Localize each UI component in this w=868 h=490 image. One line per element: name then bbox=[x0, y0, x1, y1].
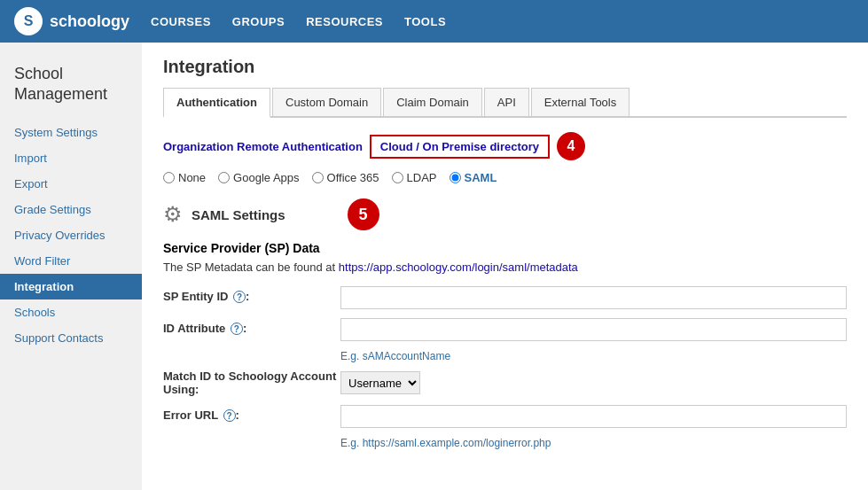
radio-saml[interactable]: SAML bbox=[450, 171, 497, 184]
radio-none[interactable]: None bbox=[163, 171, 206, 184]
match-id-label: Match ID to Schoology AccountUsing: bbox=[163, 369, 340, 396]
nav-resources[interactable]: RESOURCES bbox=[306, 15, 383, 28]
error-url-hint: E.g. https://saml.example.com/loginerror… bbox=[340, 437, 847, 449]
sidebar-item-integration[interactable]: Integration bbox=[0, 274, 142, 299]
error-url-help-icon[interactable]: ? bbox=[223, 409, 236, 422]
match-id-row: Match ID to Schoology AccountUsing: User… bbox=[163, 369, 847, 396]
radio-ldap-input[interactable] bbox=[392, 172, 403, 183]
tab-authentication[interactable]: Authentication bbox=[163, 88, 270, 118]
sidebar-item-system-settings[interactable]: System Settings bbox=[0, 120, 142, 145]
sidebar: SchoolManagement System Settings Import … bbox=[0, 43, 142, 490]
saml-title: SAML Settings bbox=[192, 207, 285, 222]
sidebar-item-schools[interactable]: Schools bbox=[0, 299, 142, 325]
sp-entity-id-row: SP Entity ID ?: bbox=[163, 286, 847, 309]
nav-groups[interactable]: GROUPS bbox=[232, 15, 285, 28]
nav-links: COURSES GROUPS RESOURCES TOOLS bbox=[151, 15, 446, 28]
error-url-input[interactable] bbox=[340, 405, 847, 428]
radio-ldap[interactable]: LDAP bbox=[392, 171, 437, 184]
id-attribute-input[interactable] bbox=[340, 318, 847, 341]
badge-5: 5 bbox=[348, 198, 379, 230]
tab-external-tools[interactable]: External Tools bbox=[531, 88, 629, 116]
sp-title: Service Provider (SP) Data bbox=[163, 241, 847, 255]
radio-office365-input[interactable] bbox=[312, 172, 324, 183]
match-id-select[interactable]: Username bbox=[340, 371, 420, 394]
id-attribute-label: ID Attribute ?: bbox=[163, 318, 340, 335]
error-url-label: Error URL ?: bbox=[163, 405, 340, 422]
org-remote-auth-label: Organization Remote Authentication bbox=[163, 140, 363, 153]
nav-courses[interactable]: COURSES bbox=[151, 15, 211, 28]
badge-4: 4 bbox=[557, 132, 585, 160]
tab-custom-domain[interactable]: Custom Domain bbox=[272, 88, 381, 116]
radio-saml-input[interactable] bbox=[450, 172, 461, 183]
sidebar-item-grade-settings[interactable]: Grade Settings bbox=[0, 197, 142, 222]
sp-meta-link[interactable]: https://app.schoology.com/login/saml/met… bbox=[339, 261, 578, 274]
radio-row: None Google Apps Office 365 LDAP SAML bbox=[163, 171, 847, 184]
id-attribute-hint: E.g. sAMAccountName bbox=[340, 350, 847, 362]
radio-google-input[interactable] bbox=[218, 172, 230, 183]
sidebar-item-support-contacts[interactable]: Support Contacts bbox=[0, 325, 142, 351]
org-remote-auth-value: Cloud / On Premise directory bbox=[370, 135, 550, 159]
radio-office365[interactable]: Office 365 bbox=[312, 171, 379, 184]
sp-entity-id-label: SP Entity ID ?: bbox=[163, 286, 340, 303]
radio-none-input[interactable] bbox=[163, 172, 175, 183]
id-attribute-row: ID Attribute ?: bbox=[163, 318, 847, 341]
tab-api[interactable]: API bbox=[484, 88, 529, 116]
sp-entity-id-help-icon[interactable]: ? bbox=[233, 291, 246, 303]
saml-section-header: ⚙ SAML Settings 5 bbox=[163, 198, 847, 230]
tab-bar: Authentication Custom Domain Claim Domai… bbox=[163, 88, 847, 118]
sp-entity-id-input[interactable] bbox=[340, 286, 847, 309]
sp-meta-text: The SP Metadata can be found at bbox=[163, 261, 335, 274]
tab-claim-domain[interactable]: Claim Domain bbox=[383, 88, 482, 116]
sidebar-item-export[interactable]: Export bbox=[0, 171, 142, 197]
sp-meta: The SP Metadata can be found at https://… bbox=[163, 261, 847, 274]
org-remote-auth-row: Organization Remote Authentication Cloud… bbox=[163, 132, 847, 160]
page-title: Integration bbox=[163, 57, 847, 77]
sidebar-item-import[interactable]: Import bbox=[0, 145, 142, 171]
radio-google-apps[interactable]: Google Apps bbox=[218, 171, 299, 184]
id-attribute-help-icon[interactable]: ? bbox=[231, 323, 243, 335]
sidebar-title: SchoolManagement bbox=[0, 57, 142, 120]
sidebar-item-word-filter[interactable]: Word Filter bbox=[0, 248, 142, 274]
top-navigation: S schoology COURSES GROUPS RESOURCES TOO… bbox=[0, 0, 868, 43]
sidebar-item-privacy-overrides[interactable]: Privacy Overrides bbox=[0, 222, 142, 248]
error-url-row: Error URL ?: bbox=[163, 405, 847, 428]
gear-icon: ⚙ bbox=[163, 202, 183, 227]
logo-text: schoology bbox=[50, 12, 129, 31]
nav-tools[interactable]: TOOLS bbox=[404, 15, 446, 28]
logo-icon: S bbox=[14, 7, 43, 35]
layout: SchoolManagement System Settings Import … bbox=[0, 43, 868, 490]
logo: S schoology bbox=[14, 7, 129, 35]
main-content: Integration Authentication Custom Domain… bbox=[142, 43, 868, 490]
